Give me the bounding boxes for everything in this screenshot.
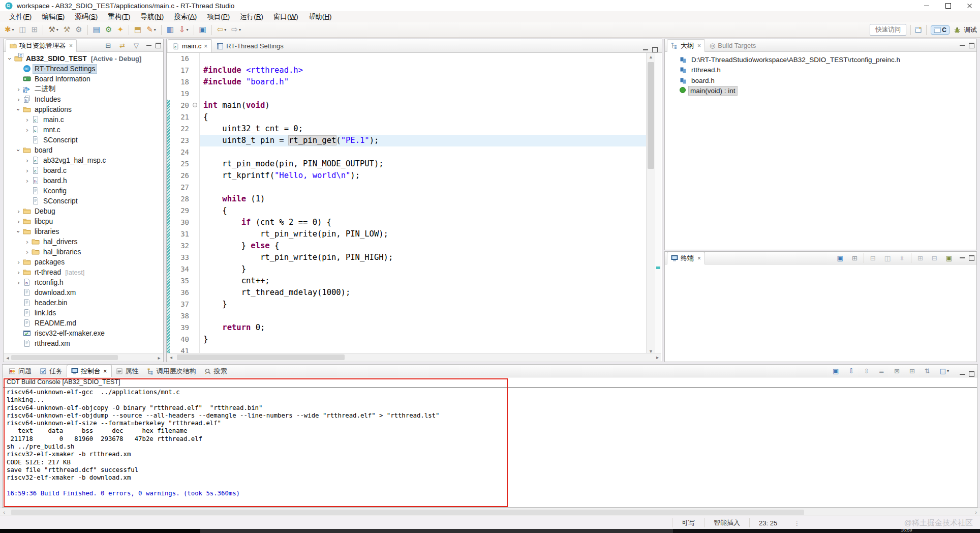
expander-icon[interactable]: › xyxy=(23,116,31,124)
tree-item-board-information[interactable]: Board Information xyxy=(4,74,163,84)
menu-n[interactable]: 导航(N) xyxy=(136,11,169,22)
tree-item-debug[interactable]: ›Debug xyxy=(4,206,163,216)
display-selected-console-button[interactable]: ▣ xyxy=(831,365,841,377)
dropdown-arrow-icon[interactable]: ▾ xyxy=(947,369,949,373)
close-view-icon[interactable]: × xyxy=(697,42,701,49)
close-view-icon[interactable]: × xyxy=(103,367,107,375)
outline-item[interactable]: D:\RT-ThreadStudio\workspace\AB32_SDIO_T… xyxy=(665,54,976,65)
open-console-button[interactable]: ▤ xyxy=(91,24,102,36)
expander-icon[interactable]: › xyxy=(15,208,22,215)
scroll-right-icon[interactable]: › xyxy=(972,509,980,515)
outline-item[interactable]: main(void) : int xyxy=(665,86,976,97)
expander-icon[interactable]: › xyxy=(15,258,22,266)
word-wrap-button[interactable]: ≡ xyxy=(877,365,886,377)
expander-icon[interactable]: › xyxy=(6,55,14,63)
menu-e[interactable]: 编辑(E) xyxy=(37,11,70,22)
minimize-window-button[interactable] xyxy=(916,0,937,11)
new-button[interactable]: ✱▾ xyxy=(3,24,16,36)
tree-item-readme-md[interactable]: README.md xyxy=(4,318,163,328)
scrollbar-thumb[interactable] xyxy=(648,62,654,169)
perspective-c-button[interactable]: C xyxy=(931,25,950,35)
tree-item-link-lds[interactable]: link.lds xyxy=(4,308,163,318)
code-line-37[interactable]: 37 } xyxy=(167,299,661,310)
code-line-25[interactable]: 25 rt_pin_mode(pin, PIN_MODE_OUTPUT); xyxy=(167,158,661,170)
quick-access-box[interactable]: 快速访问 xyxy=(870,24,906,36)
tab-rt-thread-settings[interactable]: RT-Thread Settings xyxy=(212,39,288,52)
clear-console-button[interactable]: ⊠ xyxy=(892,365,902,377)
back-button[interactable]: ⇦▾ xyxy=(215,24,229,36)
window-horizontal-scrollbar[interactable]: ‹ › xyxy=(0,508,980,516)
tree-item-ab32-sdio-test[interactable]: ›CAB32_SDIO_TEST[Active - Debug] xyxy=(4,53,163,64)
code-editor[interactable]: 1617#include <rtthread.h>18#include "boa… xyxy=(167,53,661,355)
expander-icon[interactable]: › xyxy=(15,85,22,93)
tree-item-hal-libraries[interactable]: ›hal_libraries xyxy=(4,247,163,257)
dropdown-arrow-icon[interactable]: ▾ xyxy=(154,27,156,32)
dropdown-arrow-icon[interactable]: ▾ xyxy=(187,27,189,32)
tab-terminal[interactable]: 终端 × xyxy=(667,252,705,264)
minimize-view-icon[interactable] xyxy=(960,45,965,46)
tab-console[interactable]: 控制台× xyxy=(67,365,112,377)
view-menu-button[interactable]: ▽ xyxy=(132,39,141,51)
code-line-32[interactable]: 32 } else { xyxy=(167,240,661,252)
scroll-lock-button[interactable]: ⇳ xyxy=(862,365,871,377)
code-line-21[interactable]: 21{ xyxy=(167,111,661,123)
tab-outline[interactable]: 大纲 × xyxy=(667,39,705,52)
editor-overview-ruler[interactable] xyxy=(655,53,661,355)
tab-build-targets[interactable]: ◎ Build Targets xyxy=(705,39,760,51)
menu-h[interactable]: 帮助(H) xyxy=(303,11,337,22)
editor-vertical-scrollbar[interactable]: ▲ ▼ xyxy=(646,53,655,355)
tree-item-rtthread-xm[interactable]: rtthread.xm xyxy=(4,338,163,348)
code-line-28[interactable]: 28 while (1) xyxy=(167,193,661,205)
console-output[interactable]: CDT Build Console [AB32_SDIO_TEST] riscv… xyxy=(3,377,977,507)
tree-item-main-c[interactable]: ›cmain.c xyxy=(4,114,163,125)
tree-item-二进制[interactable]: ›1001二进制 xyxy=(4,84,163,94)
menu-t[interactable]: 重构(T) xyxy=(103,11,135,22)
build-all-button[interactable]: ⚒ xyxy=(62,24,72,36)
code-line-17[interactable]: 17#include <rtthread.h> xyxy=(167,65,661,76)
tree-item-board-c[interactable]: ›cboard.c xyxy=(4,165,163,175)
tree-item-board-h[interactable]: ›hboard.h xyxy=(4,175,163,186)
menu-a[interactable]: 搜索(A) xyxy=(169,11,202,22)
tree-item-download-xm[interactable]: download.xm xyxy=(4,287,163,298)
code-line-38[interactable]: 38 xyxy=(167,310,661,322)
build-button[interactable]: ⚒▾ xyxy=(46,24,60,36)
menu-w[interactable]: 窗口(W) xyxy=(268,11,303,22)
maximize-view-icon[interactable] xyxy=(156,43,161,48)
code-line-40[interactable]: 40} xyxy=(167,334,661,345)
close-view-icon[interactable]: × xyxy=(697,255,701,262)
tab-properties[interactable]: 属性 xyxy=(112,365,143,377)
menu-r[interactable]: 运行(R) xyxy=(235,11,268,22)
expander-icon[interactable]: › xyxy=(15,279,22,286)
open-perspective-button[interactable] xyxy=(915,26,922,34)
tree-item-header-bin[interactable]: header.bin xyxy=(4,298,163,308)
maximize-view-icon[interactable] xyxy=(969,371,974,377)
minimize-editor-icon[interactable] xyxy=(643,49,648,50)
debug-configuration-button[interactable]: ⚙ xyxy=(103,24,114,36)
open-console-button[interactable]: ▤▾ xyxy=(938,365,951,377)
close-view-icon[interactable]: × xyxy=(69,42,73,49)
code-line-22[interactable]: 22 uint32_t cnt = 0; xyxy=(167,123,661,135)
flash-download-button[interactable]: ✦ xyxy=(115,24,126,36)
open-terminal-button[interactable]: ▣ xyxy=(197,24,208,36)
scrollbar-thumb[interactable] xyxy=(11,355,118,360)
explorer-horizontal-scrollbar[interactable]: ◂ ▸ xyxy=(4,353,163,361)
tab-project-explorer[interactable]: 项目资源管理器 × xyxy=(6,39,77,52)
expander-icon[interactable]: › xyxy=(15,96,22,103)
dropdown-arrow-icon[interactable]: ▾ xyxy=(12,27,14,32)
scroll-right-icon[interactable]: ▸ xyxy=(156,355,163,361)
scroll-to-bottom-button[interactable]: ⇩ xyxy=(846,365,856,377)
menu-p[interactable]: 项目(P) xyxy=(202,11,235,22)
tree-item-board[interactable]: ›board xyxy=(4,145,163,155)
expander-icon[interactable]: › xyxy=(23,157,31,164)
dropdown-arrow-icon[interactable]: ▾ xyxy=(239,27,241,32)
switch-console-button[interactable]: ⇅ xyxy=(923,365,932,377)
tree-item-rt-thread[interactable]: ›rt-thread[latest] xyxy=(4,267,163,277)
expander-icon[interactable]: › xyxy=(23,248,31,256)
tree-item-riscv32-elf-xmaker-exe[interactable]: riscv32-elf-xmaker.exe xyxy=(4,328,163,338)
occurrence-marker[interactable] xyxy=(656,266,660,269)
pin-console-button[interactable]: ⊞ xyxy=(907,365,917,377)
tree-item-applications[interactable]: ›applications xyxy=(4,104,163,114)
outline-item[interactable]: board.h xyxy=(665,75,976,86)
minimize-view-icon[interactable] xyxy=(960,374,965,375)
pin-terminal-button[interactable]: ⊞ xyxy=(850,252,860,264)
